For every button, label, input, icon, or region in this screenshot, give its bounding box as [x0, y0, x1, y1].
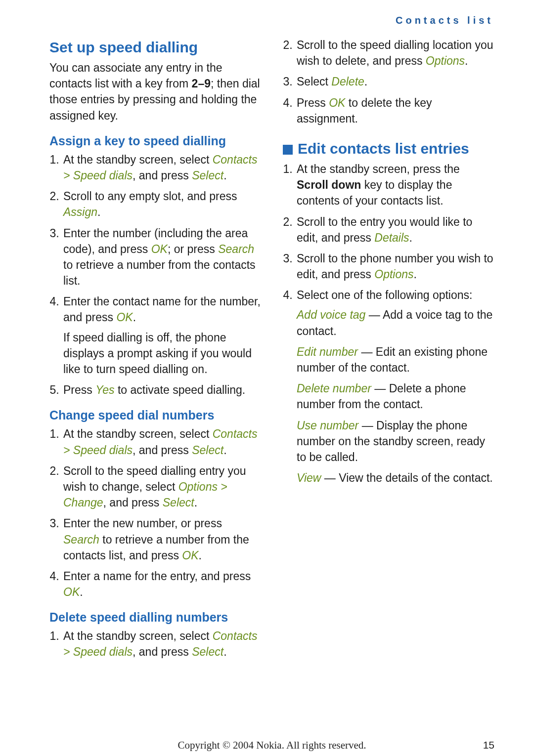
softkey-select: Select [163, 496, 194, 509]
softkey-ok: OK [63, 586, 80, 598]
delete-step-2: Scroll to the speed dialling location yo… [296, 37, 494, 69]
text: . [80, 586, 83, 598]
heading-edit-contacts: Edit contacts list entries [283, 138, 494, 159]
softkey-ok: OK [116, 311, 133, 324]
heading-change-speed-dial: Change speed dial numbers [49, 407, 261, 424]
text: Press [297, 96, 329, 109]
hardkey-scroll-down: Scroll down [297, 178, 361, 191]
edit-step-1: At the standby screen, press the Scroll … [296, 161, 494, 209]
text: , and press [103, 496, 163, 509]
softkey-yes: Yes [95, 383, 114, 396]
softkey-ok: OK [329, 96, 345, 109]
heading-setup-speed-dial: Set up speed dialling [49, 37, 261, 58]
text: . [223, 169, 226, 182]
softkey-search: Search [63, 533, 99, 546]
option-term: View [297, 471, 324, 484]
text: . [97, 206, 100, 218]
text: Select [297, 75, 331, 88]
text: . [223, 444, 226, 457]
change-step-4: Enter a name for the entry, and press OK… [62, 568, 261, 600]
softkey-delete: Delete [331, 75, 364, 88]
edit-steps: At the standby screen, press the Scroll … [283, 161, 494, 486]
text: ; or press [168, 243, 218, 255]
softkey-assign: Assign [63, 206, 97, 218]
assign-step-5: Press Yes to activate speed dialling. [62, 382, 261, 398]
text: At the standby screen, select [63, 427, 213, 440]
heading-text: Edit contacts list entries [298, 138, 469, 159]
text: . [133, 311, 136, 324]
text: Enter the new number, or press [63, 517, 222, 530]
text: At the standby screen, press the [297, 163, 460, 175]
change-step-1: At the standby screen, select Contacts >… [62, 426, 261, 458]
running-head: Contacts list [49, 15, 494, 26]
text: At the standby screen, select [63, 153, 213, 166]
option-term: Use number [297, 419, 358, 432]
option-term: Add voice tag [297, 308, 365, 321]
copyright-text: Copyright © 2004 Nokia. All rights reser… [178, 739, 366, 752]
softkey-select: Select [192, 645, 223, 658]
manual-page: Contacts list Set up speed dialling You … [0, 0, 534, 756]
change-steps: At the standby screen, select Contacts >… [49, 426, 261, 600]
assign-steps: At the standby screen, select Contacts >… [49, 152, 261, 398]
softkey-ok: OK [151, 243, 168, 255]
assign-step-3: Enter the number (including the area cod… [62, 225, 261, 289]
assign-step-2: Scroll to any empty slot, and press Assi… [62, 188, 261, 220]
text: to retrieve a number from the contacts l… [63, 258, 256, 287]
text: . [364, 75, 367, 88]
option-term: Delete number [297, 382, 371, 395]
heading-assign-key: Assign a key to speed dialling [49, 132, 261, 150]
option-term: Edit number [297, 345, 358, 358]
delete-step-3: Select Delete. [296, 74, 494, 89]
text: . [465, 54, 468, 67]
change-step-2: Scroll to the speed dialling entry you w… [62, 463, 261, 511]
option-delete-number: Delete number — Delete a phone number fr… [297, 380, 494, 412]
assign-step-4-note: If speed dialling is off, the phone disp… [63, 330, 261, 378]
softkey-options: Options [374, 268, 413, 281]
assign-step-4: Enter the contact name for the number, a… [62, 294, 261, 377]
softkey-select: Select [192, 444, 223, 457]
assign-step-1: At the standby screen, select Contacts >… [62, 152, 261, 183]
text: . [199, 549, 202, 562]
heading-delete-speed-dial: Delete speed dialling numbers [49, 609, 261, 626]
intro-paragraph: You can associate any entry in the conta… [49, 60, 261, 124]
change-step-3: Enter the new number, or press Search to… [62, 515, 261, 563]
text: , and press [133, 169, 192, 182]
text: . [194, 496, 197, 509]
text: , and press [133, 444, 192, 457]
option-desc: — View the details of the contact. [324, 471, 493, 484]
text: . [223, 645, 226, 658]
option-edit-number: Edit number — Edit an existing phone num… [297, 344, 494, 376]
text: Enter the contact name for the number, a… [63, 295, 261, 324]
text: Press [63, 383, 95, 396]
option-use-number: Use number — Display the phone number on… [297, 418, 494, 465]
square-bullet-icon [283, 145, 293, 155]
text: , and press [133, 645, 192, 658]
text: At the standby screen, select [63, 630, 213, 642]
text: to activate speed dialling. [115, 383, 246, 396]
edit-step-3: Scroll to the phone number you wish to e… [296, 251, 494, 282]
softkey-options: Options [426, 54, 465, 67]
softkey-search: Search [218, 243, 254, 255]
key-range: 2–9 [192, 77, 211, 90]
softkey-ok: OK [182, 549, 198, 562]
delete-step-4: Press OK to delete the key assignment. [296, 95, 494, 126]
text: Enter a name for the entry, and press [63, 570, 251, 583]
option-view: View — View the details of the contact. [297, 470, 494, 486]
option-add-voice-tag: Add voice tag — Add a voice tag to the c… [297, 307, 494, 338]
page-number: 15 [483, 739, 494, 751]
text: Select one of the following options: [297, 289, 472, 301]
text: . [414, 268, 417, 281]
text: Scroll to any empty slot, and press [63, 190, 237, 203]
text: . [409, 231, 412, 244]
softkey-details: Details [374, 231, 409, 244]
edit-step-4: Select one of the following options: Add… [296, 287, 494, 486]
softkey-select: Select [192, 169, 223, 182]
delete-step-1: At the standby screen, select Contacts >… [62, 628, 261, 660]
edit-step-2: Scroll to the entry you would like to ed… [296, 214, 494, 246]
content-columns: Set up speed dialling You can associate … [49, 37, 494, 689]
